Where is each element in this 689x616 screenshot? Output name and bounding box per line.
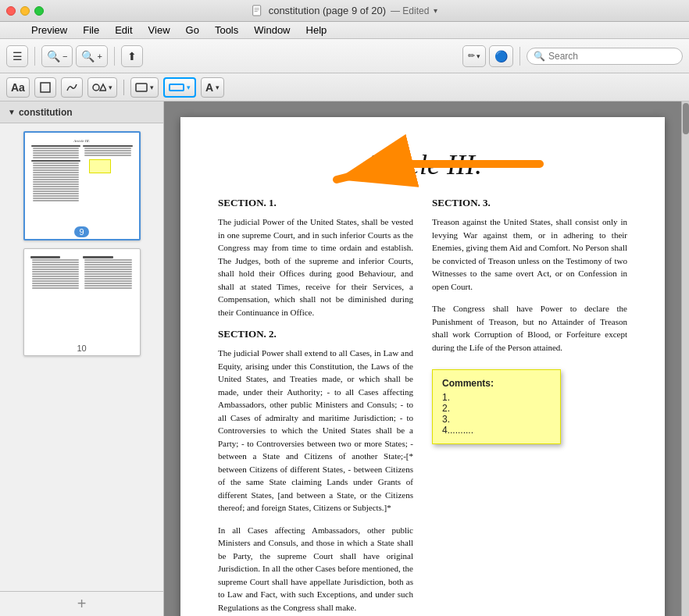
sticky-note-line2: 2. [442,403,551,414]
main-content: ▼ constitution Article III. [0,101,689,616]
article-title: Article III. [218,148,627,181]
title-bar: constitution (page 9 of 20) — Edited ▾ [0,0,689,22]
text-style-button[interactable]: Aa [6,77,30,98]
annotation-toolbar: Aa ▾ ▾ ▾ A ▾ [0,73,689,101]
page-num-9: 9 [74,225,88,239]
page-thumbnail-9[interactable]: Article III. [23,131,141,240]
svg-rect-1 [255,8,259,9]
apple-menu[interactable] [6,30,19,31]
file-menu[interactable]: File [77,23,105,37]
highlight-dropdown: ▾ [187,84,191,91]
minimize-button[interactable] [20,6,30,16]
toolbar: ☰ 🔍 − 🔍 + ⬆ ✏ ▾ 🔵 🔍 [0,39,689,73]
zoom-in-icon: 🔍 [81,50,95,62]
toolbar-separator [34,47,35,66]
section1-text: The judicial Power of the United States,… [218,215,413,319]
freehand-button[interactable] [61,77,83,98]
edit-menu[interactable]: Edit [109,23,138,37]
zoom-in-button[interactable]: 🔍 + [76,45,107,67]
scrollbar-right[interactable] [681,101,689,616]
page-content: Article III. SECTION. 1. The judicial Po… [180,117,665,616]
stamp-button[interactable]: 🔵 [489,45,513,67]
document-area[interactable]: Article III. SECTION. 1. The judicial Po… [164,101,681,616]
section2-text: The judicial Power shall extend to all C… [218,347,413,515]
text-icon: A [205,81,213,94]
sidebar-toggle-button[interactable]: ☰ [6,45,28,67]
scrollbar-thumb[interactable] [683,103,689,134]
view-menu[interactable]: View [142,23,177,37]
pen-tool-button[interactable]: ✏ ▾ [462,45,486,67]
edited-label: — Edited [391,5,429,16]
text-button[interactable]: A ▾ [201,77,224,98]
section3-text2: The Congress shall have Power to declare… [432,302,627,354]
doc-title: constitution (page 9 of 20) [269,5,386,16]
window-title: constitution (page 9 of 20) — Edited ▾ [252,5,438,17]
add-page-button[interactable]: + [77,595,87,613]
shapes-button[interactable]: ▾ [87,77,117,98]
collapse-icon[interactable]: ▼ [8,108,16,116]
section1-heading: SECTION. 1. [218,197,413,209]
page-num-10: 10 [77,341,86,355]
svg-rect-3 [255,11,258,12]
document-icon [252,5,264,17]
shapes-icon [92,81,106,94]
search-input[interactable] [548,51,673,62]
svg-rect-2 [255,9,259,10]
sticky-note-line4: 4.......... [442,425,551,436]
aa-label: Aa [11,81,25,94]
preview-menu[interactable]: Preview [25,23,73,37]
shapes-chevron: ▾ [109,84,112,91]
sticky-note-line3: 3. [442,414,551,425]
border-rect-icon [39,81,52,94]
toolbar-separator-3 [519,47,520,66]
highlight-icon [169,81,184,94]
pen-icon: ✏ [468,51,475,61]
svg-point-5 [93,84,99,91]
page-thumbnail-10[interactable]: 10 [23,248,141,356]
toolbar-separator-2 [114,47,115,66]
traffic-lights [6,6,44,16]
share-button[interactable]: ⬆ [121,45,143,67]
svg-rect-8 [170,84,184,91]
sidebar-title: constitution [19,107,73,118]
sticky-note[interactable]: Comments: 1. 2. 3. 4.......... [432,369,561,444]
svg-rect-4 [41,83,50,92]
share-icon: ⬆ [127,50,137,62]
svg-marker-6 [100,84,106,91]
pen-dropdown-arrow: ▾ [477,52,480,60]
sidebar: ▼ constitution Article III. [0,101,164,616]
sticky-note-line1: 1. [442,392,551,403]
annotate-icon [135,81,148,94]
two-column-layout: SECTION. 1. The judicial Power of the Un… [218,197,627,616]
sidebar-bottom: + [0,591,163,616]
stamp-icon: 🔵 [494,50,508,62]
help-menu[interactable]: Help [300,23,334,37]
highlight-button[interactable]: ▾ [163,77,196,98]
maximize-button[interactable] [34,6,44,16]
zoom-in-label: + [97,52,102,61]
search-icon: 🔍 [534,51,545,62]
section2-text2: In all Cases affecting Ambassadors, othe… [218,524,413,614]
window-menu[interactable]: Window [248,23,296,37]
chevron-down-icon[interactable]: ▾ [434,6,437,15]
close-button[interactable] [6,6,16,16]
border-rect-button[interactable] [34,77,56,98]
sidebar-header: ▼ constitution [0,101,163,123]
menu-bar: Preview File Edit View Go Tools Window H… [0,22,689,39]
left-column: SECTION. 1. The judicial Power of the Un… [218,197,413,616]
annotate-dropdown: ▾ [150,84,154,91]
right-column: SECTION. 3. Treason against the United S… [432,197,627,616]
tools-menu[interactable]: Tools [209,23,245,37]
text-dropdown: ▾ [216,84,220,91]
search-box[interactable]: 🔍 [527,48,683,65]
ann-separator [123,80,124,95]
annotate-button[interactable]: ▾ [130,77,159,98]
sticky-note-title: Comments: [442,378,551,389]
go-menu[interactable]: Go [180,23,205,37]
svg-rect-7 [136,84,147,91]
zoom-out-button[interactable]: 🔍 − [41,45,73,67]
section2-heading: SECTION. 2. [218,328,413,340]
zoom-out-label: − [62,52,67,61]
sidebar-pages: Article III. [0,123,163,591]
zoom-out-icon: 🔍 [47,50,60,62]
